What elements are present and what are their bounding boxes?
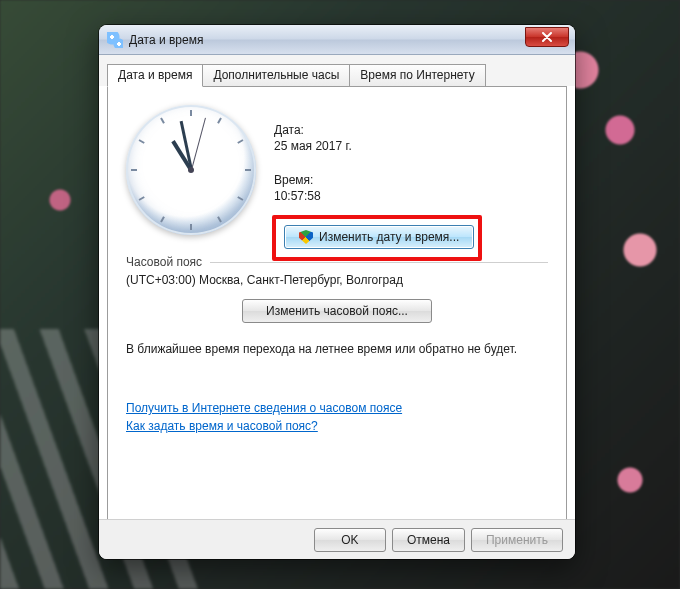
timezone-value: (UTC+03:00) Москва, Санкт-Петербург, Вол… xyxy=(126,273,548,287)
tab-date-time[interactable]: Дата и время xyxy=(107,64,203,87)
change-date-time-label: Изменить дату и время... xyxy=(319,230,459,244)
apply-button[interactable]: Применить xyxy=(471,528,563,552)
change-date-time-button[interactable]: Изменить дату и время... xyxy=(284,225,474,249)
window-title: Дата и время xyxy=(129,33,203,47)
tab-panel: Дата: 25 мая 2017 г. Время: 10:57:58 Изм… xyxy=(107,86,567,540)
analog-clock xyxy=(126,105,256,235)
tab-internet-time[interactable]: Время по Интернету xyxy=(349,64,485,87)
time-label: Время: xyxy=(274,173,352,187)
date-time-info: Дата: 25 мая 2017 г. Время: 10:57:58 xyxy=(274,101,352,235)
link-how-to-set[interactable]: Как задать время и часовой пояс? xyxy=(126,419,548,433)
cancel-button[interactable]: Отмена xyxy=(392,528,465,552)
dialog-footer: OK Отмена Применить xyxy=(99,519,575,559)
dst-note: В ближайшее время перехода на летнее вре… xyxy=(126,341,548,357)
titlebar[interactable]: Дата и время xyxy=(99,25,575,55)
second-hand xyxy=(191,118,206,170)
link-timezone-info[interactable]: Получить в Интернете сведения о часовом … xyxy=(126,401,548,415)
divider xyxy=(210,262,548,263)
change-timezone-button[interactable]: Изменить часовой пояс... xyxy=(242,299,432,323)
timezone-section-label: Часовой пояс xyxy=(126,255,202,269)
date-label: Дата: xyxy=(274,123,352,137)
close-button[interactable] xyxy=(525,27,569,47)
help-links: Получить в Интернете сведения о часовом … xyxy=(126,401,548,433)
date-time-dialog: Дата и время Дата и время Дополнительные… xyxy=(99,25,575,559)
date-value: 25 мая 2017 г. xyxy=(274,139,352,153)
uac-shield-icon xyxy=(299,230,313,244)
tab-strip: Дата и время Дополнительные часы Время п… xyxy=(99,55,575,86)
close-icon xyxy=(542,32,552,42)
date-time-icon xyxy=(107,32,123,48)
tab-additional-clocks[interactable]: Дополнительные часы xyxy=(202,64,350,87)
time-value: 10:57:58 xyxy=(274,189,352,203)
change-timezone-label: Изменить часовой пояс... xyxy=(266,304,408,318)
ok-button[interactable]: OK xyxy=(314,528,386,552)
